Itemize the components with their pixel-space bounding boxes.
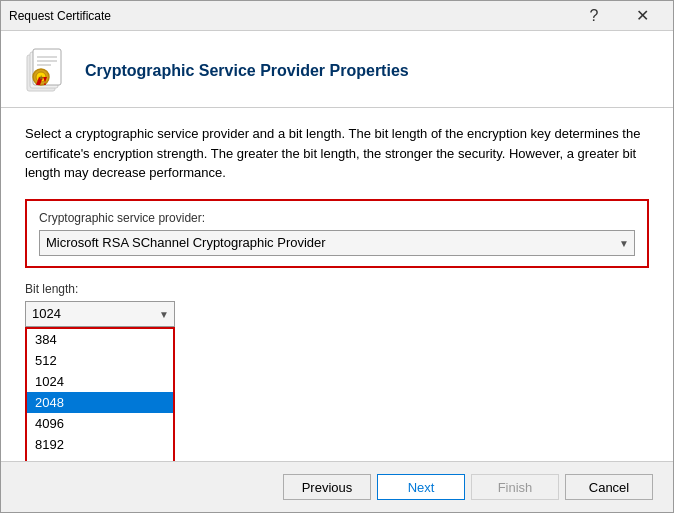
close-button[interactable]: ✕ (619, 1, 665, 31)
bit-length-select-top[interactable]: 1024 (25, 301, 175, 327)
bit-item-384[interactable]: 384 (27, 329, 173, 350)
finish-button[interactable]: Finish (471, 474, 559, 500)
header-title: Cryptographic Service Provider Propertie… (85, 62, 409, 80)
bit-item-8192[interactable]: 8192 (27, 434, 173, 455)
header-section: ★ Cryptographic Service Provider Propert… (1, 31, 673, 108)
bit-length-header: 1024 ▼ (25, 301, 175, 327)
provider-label: Cryptographic service provider: (39, 211, 635, 225)
description: Select a cryptographic service provider … (25, 124, 649, 183)
provider-select-wrapper: Microsoft RSA SChannel Cryptographic Pro… (39, 230, 635, 256)
content: Select a cryptographic service provider … (1, 108, 673, 461)
svg-text:★: ★ (38, 74, 44, 81)
bit-item-2048[interactable]: 2048 (27, 392, 173, 413)
bit-length-section: Bit length: 1024 ▼ 384 512 1024 2048 409… (25, 282, 649, 462)
bit-item-1024[interactable]: 1024 (27, 371, 173, 392)
next-button[interactable]: Next (377, 474, 465, 500)
previous-button[interactable]: Previous (283, 474, 371, 500)
provider-section: Cryptographic service provider: Microsof… (25, 199, 649, 268)
cancel-button[interactable]: Cancel (565, 474, 653, 500)
title-bar-controls: ? ✕ (571, 1, 665, 31)
provider-select[interactable]: Microsoft RSA SChannel Cryptographic Pro… (39, 230, 635, 256)
bit-item-4096[interactable]: 4096 (27, 413, 173, 434)
window-title: Request Certificate (9, 9, 111, 23)
title-bar: Request Certificate ? ✕ (1, 1, 673, 31)
bit-length-label: Bit length: (25, 282, 649, 296)
bit-item-512[interactable]: 512 (27, 350, 173, 371)
window: Request Certificate ? ✕ (0, 0, 674, 513)
title-bar-left: Request Certificate (9, 9, 111, 23)
help-button[interactable]: ? (571, 1, 617, 31)
footer: Previous Next Finish Cancel (1, 461, 673, 512)
certificate-icon: ★ (21, 47, 69, 95)
bit-length-dropdown: 384 512 1024 2048 4096 8192 16384 (25, 327, 175, 462)
